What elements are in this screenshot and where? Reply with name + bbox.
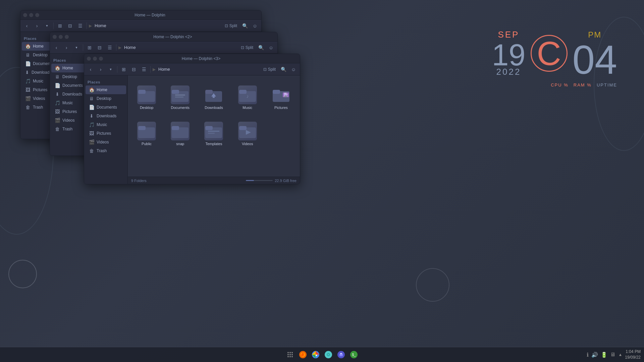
svg-point-31 [287, 354, 289, 355]
sidebar-downloads-1[interactable]: ⬇ Downloads [22, 68, 52, 77]
sidebar-videos-1[interactable]: 🎬 Videos [22, 94, 52, 103]
svg-text:♪: ♪ [246, 94, 249, 99]
file-item-public[interactable]: Public [131, 115, 162, 148]
close-btn-3[interactable] [87, 57, 91, 61]
file-label-downloads: Downloads [205, 106, 223, 110]
menu-btn-1[interactable]: ☺ [251, 21, 259, 30]
taskbar-volume-icon[interactable]: 🔊 [591, 352, 598, 358]
split-btn-2[interactable]: ⊡ Split [239, 44, 255, 51]
sep-3 [83, 44, 83, 51]
view-list-1[interactable]: ☰ [76, 21, 85, 30]
search-btn-1[interactable]: 🔍 [240, 21, 249, 30]
close-btn-1[interactable] [23, 13, 27, 17]
folder-icon-snap [171, 122, 190, 140]
menu-btn-2[interactable]: ☺ [267, 43, 275, 52]
back-btn-3[interactable]: ‹ [86, 65, 95, 74]
sidebar-desktop-1[interactable]: 🖥 Desktop [22, 51, 52, 59]
forward-btn-2[interactable]: › [62, 43, 71, 52]
taskbar-info-icon[interactable]: ℹ [587, 352, 589, 358]
dropdown-btn-2[interactable]: ▼ [72, 43, 81, 52]
taskbar-chrome-icon[interactable] [311, 350, 321, 360]
maximize-btn-2[interactable] [65, 35, 69, 39]
path-home-2[interactable]: Home [123, 44, 137, 51]
split-btn-3[interactable]: ⊡ Split [261, 66, 278, 73]
maximize-btn-3[interactable] [99, 57, 103, 61]
search-btn-3[interactable]: 🔍 [279, 65, 288, 74]
sidebar-desktop-3[interactable]: 🖥 Desktop [86, 94, 126, 103]
downloads-icon-1: ⬇ [25, 70, 29, 75]
sidebar-pictures-1[interactable]: 🖼 Pictures [22, 85, 52, 94]
taskbar-monitor-icon[interactable]: 🖥 [610, 352, 615, 358]
view-compact-1[interactable]: ⊟ [66, 21, 74, 30]
split-btn-1[interactable]: ⊡ Split [223, 22, 239, 29]
sidebar-downloads-3[interactable]: ⬇ Downloads [86, 112, 126, 120]
forward-btn-3[interactable]: › [96, 65, 105, 74]
dropdown-btn-1[interactable]: ▼ [43, 21, 51, 30]
view-list-3[interactable]: ☰ [140, 65, 148, 74]
taskbar-terminal-icon[interactable]: $_ [349, 350, 359, 360]
back-btn-1[interactable]: ‹ [22, 21, 31, 30]
file-item-music[interactable]: ♪ Music [232, 79, 263, 112]
taskbar-firefox-icon[interactable] [298, 350, 308, 360]
file-item-desktop[interactable]: Desktop [131, 79, 162, 112]
videos-label-1: Videos [33, 96, 45, 101]
sidebar-home-1[interactable]: 🏠 Home [22, 42, 52, 51]
folder-icon-public [137, 122, 156, 140]
file-item-pictures[interactable]: Pictures [266, 79, 297, 112]
menu-btn-3[interactable]: ☺ [289, 65, 298, 74]
sidebar-trash-1[interactable]: 🗑 Trash [22, 103, 52, 112]
file-item-downloads[interactable]: Downloads [198, 79, 229, 112]
svg-rect-20 [172, 126, 179, 130]
file-label-snap: snap [176, 142, 184, 146]
sidebar-music-1[interactable]: 🎵 Music [22, 77, 52, 85]
toolbar-1: ‹ › ▼ ⊞ ⊟ ☰ ▶ Home ⊡ Split 🔍 ☺ [20, 20, 261, 32]
forward-btn-1[interactable]: › [33, 21, 41, 30]
view-compact-3[interactable]: ⊟ [129, 65, 138, 74]
dropdown-btn-3[interactable]: ▼ [106, 65, 115, 74]
search-btn-2[interactable]: 🔍 [257, 43, 265, 52]
trash-label-1: Trash [33, 105, 43, 110]
folder-icon-pictures [272, 85, 290, 104]
sidebar-music-3[interactable]: 🎵 Music [86, 120, 126, 129]
sidebar-trash-3[interactable]: 🗑 Trash [86, 146, 126, 155]
svg-point-28 [287, 352, 289, 353]
view-icons-1[interactable]: ⊞ [56, 21, 64, 30]
sep-5 [117, 66, 117, 73]
desktop-icon-2: 🖥 [55, 74, 60, 79]
taskbar-store-icon[interactable] [336, 350, 346, 360]
taskbar-expand-icon[interactable]: ▲ [618, 352, 622, 357]
taskbar-grid-icon[interactable] [285, 350, 295, 360]
clock-year: 2022 [492, 67, 525, 77]
sidebar-home-3[interactable]: 🏠 Home [86, 85, 126, 94]
decorative-circle-bottom-left [8, 260, 37, 288]
sidebar-documents-1[interactable]: 📄 Documents [22, 59, 52, 68]
sidebar-documents-3[interactable]: 📄 Documents [86, 103, 126, 112]
file-label-documents: Documents [171, 106, 190, 110]
back-btn-2[interactable]: ‹ [52, 43, 61, 52]
view-list-2[interactable]: ☰ [105, 43, 114, 52]
videos-icon-1: 🎬 [25, 96, 31, 101]
sep-1 [53, 22, 54, 29]
file-item-videos[interactable]: Videos [232, 115, 263, 148]
file-item-documents[interactable]: Documents [165, 79, 196, 112]
toolbar-right-3: ⊡ Split 🔍 ☺ [261, 65, 298, 74]
svg-point-36 [291, 356, 293, 357]
view-icons-3[interactable]: ⊞ [119, 65, 128, 74]
file-item-templates[interactable]: Templates [198, 115, 229, 148]
sidebar-pictures-3[interactable]: 🖼 Pictures [86, 129, 126, 138]
close-btn-2[interactable] [53, 35, 57, 39]
minimize-btn-1[interactable] [29, 13, 33, 17]
view-compact-2[interactable]: ⊟ [95, 43, 104, 52]
taskbar-settings-icon[interactable] [323, 350, 333, 360]
minimize-btn-2[interactable] [59, 35, 63, 39]
file-item-snap[interactable]: snap [165, 115, 196, 148]
maximize-btn-1[interactable] [35, 13, 39, 17]
path-home-1[interactable]: Home [93, 22, 108, 29]
view-icons-2[interactable]: ⊞ [85, 43, 94, 52]
path-home-3[interactable]: Home [157, 66, 171, 72]
sidebar-videos-3[interactable]: 🎬 Videos [86, 138, 126, 146]
minimize-btn-3[interactable] [93, 57, 97, 61]
downloads-icon-2: ⬇ [55, 92, 60, 97]
taskbar-battery-icon[interactable]: 🔋 [601, 352, 607, 358]
toolbar-right-2: ⊡ Split 🔍 ☺ [239, 43, 275, 52]
